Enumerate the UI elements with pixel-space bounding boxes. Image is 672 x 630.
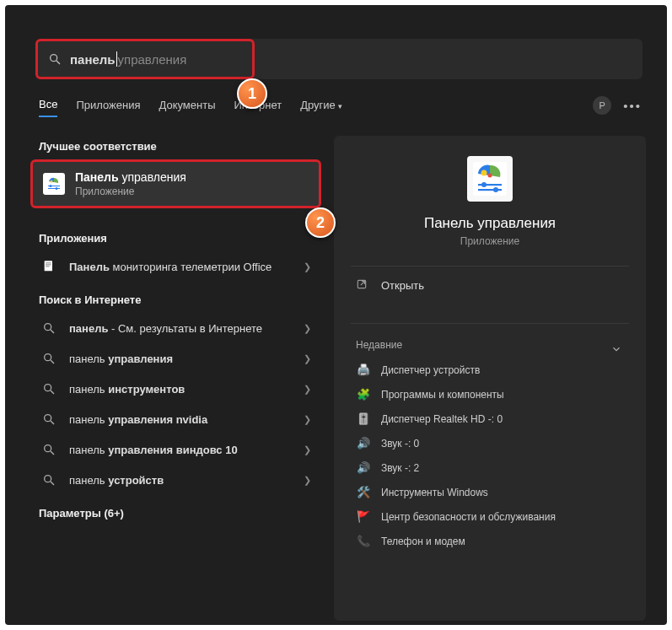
programs-icon: 🧩 bbox=[356, 388, 371, 401]
more-options-button[interactable]: ••• bbox=[623, 99, 642, 113]
chevron-down-icon: ▾ bbox=[338, 102, 342, 110]
detail-subtitle: Приложение bbox=[351, 235, 629, 247]
tab-apps[interactable]: Приложения bbox=[76, 99, 140, 116]
control-panel-icon bbox=[43, 173, 65, 195]
device-manager-icon: 🖨️ bbox=[356, 363, 371, 376]
app-result-item[interactable]: Панель мониторинга телеметрии Office ❯ bbox=[30, 251, 321, 282]
svg-point-3 bbox=[51, 180, 53, 183]
security-icon: 🚩 bbox=[356, 510, 371, 523]
avatar[interactable]: Р bbox=[593, 96, 611, 115]
web-result-item[interactable]: панель управления ❯ bbox=[30, 343, 321, 374]
svg-line-13 bbox=[51, 330, 54, 333]
svg-line-19 bbox=[51, 421, 54, 424]
svg-point-6 bbox=[50, 185, 52, 187]
phone-icon: 📞 bbox=[356, 535, 371, 547]
search-icon bbox=[40, 382, 57, 396]
sound-icon: 🔊 bbox=[356, 437, 371, 450]
tab-all[interactable]: Все bbox=[39, 98, 57, 117]
recent-item[interactable]: 🎚️Диспетчер Realtek HD -: 0 bbox=[351, 407, 629, 431]
web-result-item[interactable]: панель управления виндовс 10 ❯ bbox=[30, 434, 321, 465]
chevron-right-icon: ❯ bbox=[304, 353, 311, 364]
best-match-heading: Лучшее соответствие bbox=[39, 140, 321, 153]
svg-line-17 bbox=[51, 390, 54, 394]
web-result-item[interactable]: панель управления nvidia ❯ bbox=[30, 404, 321, 434]
expand-actions-button[interactable] bbox=[604, 337, 629, 362]
detail-title: Панель управления bbox=[351, 215, 629, 232]
search-bar[interactable]: панельуправления bbox=[35, 39, 642, 79]
tab-other[interactable]: Другие▾ bbox=[300, 99, 342, 116]
svg-rect-10 bbox=[46, 264, 51, 265]
web-result-item[interactable]: панель устройств ❯ bbox=[30, 465, 321, 495]
best-match-result[interactable]: Панель управления Приложение bbox=[30, 159, 321, 208]
recent-item[interactable]: 🔊Звук -: 2 bbox=[351, 455, 629, 480]
svg-point-29 bbox=[481, 182, 487, 187]
realtek-icon: 🎚️ bbox=[356, 412, 371, 425]
svg-point-16 bbox=[45, 385, 51, 391]
recent-item[interactable]: 🔊Звук -: 0 bbox=[351, 431, 629, 455]
svg-rect-11 bbox=[46, 266, 50, 267]
svg-point-30 bbox=[493, 187, 498, 192]
web-result-label: панель инструментов bbox=[69, 383, 292, 396]
svg-point-14 bbox=[45, 354, 51, 361]
recent-item[interactable]: 🚩Центр безопасности и обслуживания bbox=[351, 504, 629, 529]
control-panel-icon bbox=[467, 156, 513, 202]
chevron-right-icon: ❯ bbox=[304, 414, 311, 425]
chevron-right-icon: ❯ bbox=[304, 261, 311, 272]
search-icon bbox=[48, 52, 62, 66]
search-highlight: панельуправления bbox=[35, 39, 255, 79]
tab-documents[interactable]: Документы bbox=[159, 99, 215, 116]
apps-heading: Приложения bbox=[39, 232, 321, 245]
svg-point-26 bbox=[488, 174, 492, 178]
chevron-right-icon: ❯ bbox=[304, 475, 311, 486]
search-icon bbox=[40, 473, 57, 487]
results-list: Лучшее соответствие Панель управления Пр… bbox=[30, 140, 321, 526]
svg-point-12 bbox=[45, 324, 51, 331]
recent-item[interactable]: 🖨️Диспетчер устройств bbox=[351, 358, 629, 382]
web-result-label: панель - См. результаты в Интернете bbox=[69, 322, 292, 335]
detail-pane: Панель управления Приложение Открыть Нед… bbox=[334, 136, 646, 621]
chevron-right-icon: ❯ bbox=[304, 323, 311, 334]
document-icon bbox=[40, 260, 57, 273]
svg-line-1 bbox=[56, 61, 60, 64]
start-menu-search-panel: панельуправления Все Приложения Документ… bbox=[5, 5, 667, 625]
app-result-label: Панель мониторинга телеметрии Office bbox=[69, 261, 292, 273]
svg-point-20 bbox=[45, 445, 51, 452]
web-result-item[interactable]: панель - См. результаты в Интернете ❯ bbox=[30, 313, 321, 343]
callout-badge-1: 1 bbox=[237, 78, 267, 109]
svg-point-22 bbox=[45, 476, 51, 482]
search-icon bbox=[40, 321, 57, 335]
svg-line-23 bbox=[51, 482, 54, 485]
chevron-right-icon: ❯ bbox=[304, 384, 311, 395]
svg-point-18 bbox=[45, 415, 51, 422]
search-icon bbox=[40, 352, 57, 365]
svg-point-0 bbox=[51, 55, 57, 62]
recent-item[interactable]: 🧩Программы и компоненты bbox=[351, 382, 629, 407]
open-label: Открыть bbox=[381, 279, 624, 292]
search-input[interactable]: панельуправления bbox=[70, 51, 186, 67]
settings-heading[interactable]: Параметры (6+) bbox=[39, 507, 321, 520]
chevron-right-icon: ❯ bbox=[304, 444, 311, 455]
svg-rect-5 bbox=[48, 188, 60, 189]
open-icon bbox=[356, 278, 369, 293]
callout-badge-2: 2 bbox=[305, 207, 336, 238]
best-match-title: Панель управления bbox=[75, 170, 186, 184]
svg-line-21 bbox=[51, 451, 54, 455]
recent-heading: Недавние bbox=[356, 339, 629, 351]
recent-item[interactable]: 📞Телефон и модем bbox=[351, 529, 629, 553]
web-result-label: панель управления nvidia bbox=[69, 413, 292, 426]
search-icon bbox=[40, 443, 57, 456]
tools-icon: 🛠️ bbox=[356, 486, 371, 498]
web-heading: Поиск в Интернете bbox=[39, 293, 321, 306]
web-result-label: панель управления виндовс 10 bbox=[69, 444, 292, 456]
web-result-item[interactable]: панель инструментов ❯ bbox=[30, 374, 321, 404]
svg-point-7 bbox=[56, 187, 58, 190]
divider bbox=[351, 323, 629, 324]
recent-item[interactable]: 🛠️Инструменты Windows bbox=[351, 480, 629, 504]
svg-rect-9 bbox=[46, 262, 51, 263]
open-action[interactable]: Открыть bbox=[351, 267, 629, 304]
best-match-subtitle: Приложение bbox=[75, 186, 186, 197]
search-icon bbox=[40, 412, 57, 426]
filter-tabs: Все Приложения Документы Интернет Другие… bbox=[39, 98, 342, 117]
web-result-label: панель устройств bbox=[69, 474, 292, 487]
svg-line-15 bbox=[51, 360, 54, 363]
